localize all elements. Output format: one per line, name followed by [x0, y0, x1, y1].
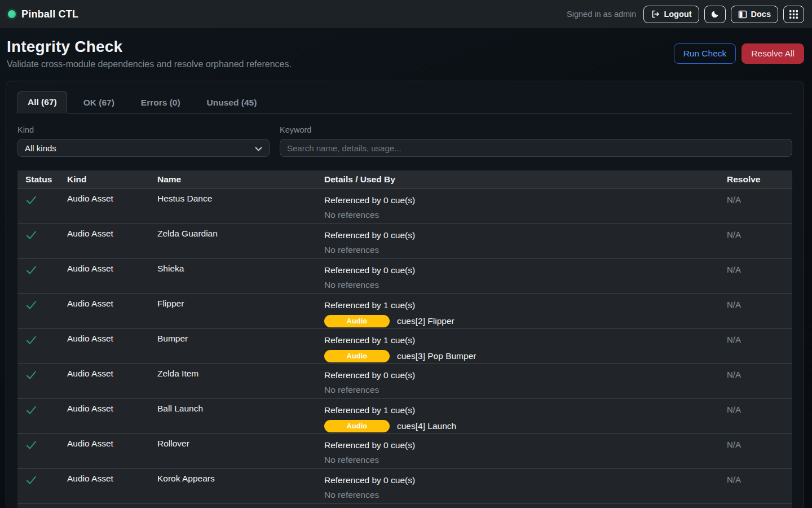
referenced-count-text: Referenced by 0 cue(s): [324, 264, 727, 276]
resolve-cell: N/A: [727, 434, 792, 469]
run-check-button[interactable]: Run Check: [674, 43, 736, 64]
no-references-text: No references: [324, 455, 727, 465]
keyword-filter: Keyword: [280, 125, 792, 157]
docs-label: Docs: [751, 10, 771, 19]
name-cell: Rollover: [157, 434, 324, 469]
referenced-count-text: Referenced by 0 cue(s): [324, 194, 727, 206]
status-cell: [17, 399, 67, 434]
ok-check-icon: [25, 475, 67, 486]
tab-all-67[interactable]: All (67): [17, 91, 67, 113]
table-row: Audio AssetShiekaReferenced by 0 cue(s)N…: [17, 259, 792, 294]
details-cell: Referenced by 1 cue(s)Audiocues[4] Launc…: [324, 399, 727, 434]
referenced-count-text: Referenced by 0 cue(s): [324, 369, 727, 381]
cue-reference-text: cues[2] Flipper: [397, 316, 454, 326]
kind-cell: Audio Asset: [67, 224, 157, 259]
tab-errors-0[interactable]: Errors (0): [131, 91, 191, 113]
status-cell: [17, 364, 67, 399]
table-row: Audio AssetBumperReferenced by 1 cue(s)A…: [17, 329, 792, 364]
filters-row: Kind All kinds Keyword: [17, 125, 792, 157]
apps-grid-button[interactable]: [783, 6, 804, 23]
kind-cell: Audio Asset: [67, 434, 157, 469]
details-cell: Referenced by 0 cue(s)No references: [324, 364, 727, 399]
resolve-cell: N/A: [727, 189, 792, 224]
tab-ok-67[interactable]: OK (67): [73, 91, 125, 113]
table-row: Audio AssetZelda ItemReferenced by 0 cue…: [17, 364, 792, 399]
col-kind: Kind: [67, 170, 157, 189]
col-status: Status: [17, 170, 67, 189]
kind-select[interactable]: All kinds: [17, 139, 270, 157]
details-cell: Referenced by 0 cue(s)No references: [324, 434, 727, 469]
table-row: Audio AssetKorok AppearsReferenced by 0 …: [17, 469, 792, 504]
details-cell: Referenced by 1 cue(s)Audiocues[3] Pop B…: [324, 329, 727, 364]
usage-line: Audiocues[4] Launch: [324, 420, 727, 432]
col-details: Details / Used By: [324, 170, 727, 189]
ok-check-icon: [25, 370, 67, 381]
header-actions: Run Check Resolve All: [674, 43, 804, 64]
status-cell: [17, 329, 67, 364]
logout-button[interactable]: Logout: [643, 6, 699, 23]
status-dot-icon: [8, 10, 16, 18]
page-header: Integrity Check Validate cross-module de…: [0, 28, 812, 81]
resolve-cell: N/A: [727, 294, 792, 329]
page-title: Integrity Check: [7, 38, 292, 56]
name-cell: Hestus Dance: [157, 189, 324, 224]
ok-check-icon: [25, 440, 67, 451]
audio-badge: Audio: [324, 420, 390, 432]
name-cell: Flipper: [157, 294, 324, 329]
logout-icon: [651, 10, 660, 19]
moon-icon: [710, 10, 720, 19]
resolve-na-text: N/A: [727, 194, 792, 204]
status-cell: [17, 469, 67, 504]
ok-check-icon: [25, 300, 67, 311]
resolve-na-text: N/A: [727, 474, 792, 484]
name-cell: Ball Launch: [157, 399, 324, 434]
table-row: Audio AssetFlipperReferenced by 1 cue(s)…: [17, 294, 792, 329]
status-cell: [17, 504, 67, 508]
audio-badge: Audio: [324, 350, 390, 362]
referenced-count-text: Referenced by 1 cue(s): [324, 299, 727, 311]
status-cell: [17, 259, 67, 294]
integrity-table-body: Audio AssetHestus DanceReferenced by 0 c…: [17, 189, 792, 508]
grid-icon: [789, 10, 798, 19]
theme-toggle-button[interactable]: [704, 6, 726, 23]
resolve-cell: N/A: [727, 399, 792, 434]
cue-reference-text: cues[3] Pop Bumper: [397, 351, 476, 361]
details-cell: Referenced by 0 cue(s)No references: [324, 504, 727, 508]
page-subtitle: Validate cross-module dependencies and r…: [7, 59, 292, 69]
keyword-label: Keyword: [280, 125, 792, 134]
details-cell: Referenced by 0 cue(s)No references: [324, 224, 727, 259]
referenced-count-text: Referenced by 1 cue(s): [324, 334, 727, 346]
book-icon: [738, 10, 747, 19]
ok-check-icon: [25, 230, 67, 241]
kind-cell: Audio Asset: [67, 364, 157, 399]
kind-label: Kind: [17, 125, 270, 134]
integrity-table: Status Kind Name Details / Used By Resol…: [17, 170, 792, 508]
resolve-all-button[interactable]: Resolve All: [742, 43, 804, 64]
kind-filter: Kind All kinds: [17, 125, 270, 157]
no-references-text: No references: [324, 210, 727, 220]
name-cell: Shieka: [157, 259, 324, 294]
no-references-text: No references: [324, 245, 727, 255]
kind-cell: Audio Asset: [67, 399, 157, 434]
status-cell: [17, 189, 67, 224]
resolve-na-text: N/A: [727, 299, 792, 309]
resolve-na-text: N/A: [727, 404, 792, 414]
referenced-count-text: Referenced by 1 cue(s): [324, 404, 727, 416]
details-cell: Referenced by 1 cue(s)Audiocues[2] Flipp…: [324, 294, 727, 329]
table-row: Audio AssetZelda GuardianReferenced by 0…: [17, 224, 792, 259]
kind-cell: Audio Asset: [67, 294, 157, 329]
name-cell: Zelda Guardian: [157, 224, 324, 259]
keyword-search-input[interactable]: [280, 139, 792, 157]
ok-check-icon: [25, 195, 67, 206]
name-cell: Bumper: [157, 329, 324, 364]
name-cell: Korok Appears: [157, 469, 324, 504]
no-references-text: No references: [324, 490, 727, 500]
docs-button[interactable]: Docs: [731, 6, 778, 23]
table-row: Audio AssetRolloverReferenced by 0 cue(s…: [17, 434, 792, 469]
tab-unused-45[interactable]: Unused (45): [197, 91, 267, 113]
result-tabs: All (67)OK (67)Errors (0)Unused (45): [17, 91, 792, 113]
status-cell: [17, 294, 67, 329]
resolve-na-text: N/A: [727, 264, 792, 274]
no-references-text: No references: [324, 280, 727, 290]
resolve-cell: N/A: [727, 469, 792, 504]
